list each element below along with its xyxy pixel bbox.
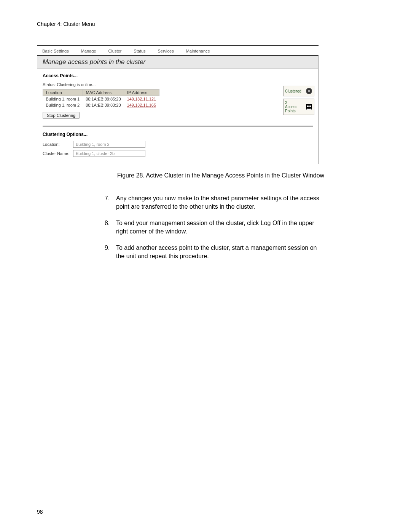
location-row: Location:	[43, 141, 313, 148]
location-label: Location:	[43, 142, 73, 147]
panel-title: Manage access points in the cluster	[37, 56, 318, 69]
instructions-list: 7. Any changes you now make to the share…	[105, 194, 325, 268]
tab-manage[interactable]: Manage	[81, 49, 96, 53]
cluster-name-row: Cluster Name:	[43, 150, 313, 157]
instruction-text: Any changes you now make to the shared p…	[116, 194, 325, 211]
access-points-icon	[306, 104, 312, 110]
tab-services[interactable]: Services	[158, 49, 174, 53]
tab-bar: Basic Settings Manage Cluster Status Ser…	[37, 46, 319, 55]
stop-clustering-button[interactable]: Stop Clustering	[43, 112, 80, 119]
clustering-options-heading: Clustering Options...	[43, 132, 313, 137]
side-status-boxes: Clustered 2 Access Points	[283, 86, 314, 117]
instruction-text: To end your management session of the cl…	[116, 219, 325, 236]
page-number: 98	[37, 509, 43, 515]
cluster-name-input[interactable]	[73, 150, 145, 157]
cell-mac: 00:1A:EB:39:85:20	[83, 96, 124, 102]
ap-count-number: 2	[285, 101, 287, 105]
status-text: Status: Clustering is online...	[43, 82, 313, 87]
cell-mac: 00:1A:EB:39:83:20	[83, 102, 124, 108]
instruction-item: 7. Any changes you now make to the share…	[105, 194, 325, 211]
access-points-heading: Access Points...	[43, 73, 313, 78]
section-divider	[43, 126, 313, 126]
cluster-name-label: Cluster Name:	[43, 151, 73, 156]
instruction-number: 7.	[105, 194, 116, 211]
screenshot-panel: Basic Settings Manage Cluster Status Ser…	[37, 45, 319, 164]
instruction-item: 8. To end your management session of the…	[105, 219, 325, 236]
col-mac: MAC Address	[83, 89, 124, 96]
tab-cluster[interactable]: Cluster	[108, 49, 121, 53]
figure-caption: Figure 28. Active Cluster in the Manage …	[114, 171, 327, 180]
ip-link[interactable]: 149.132.11.121	[127, 97, 156, 101]
panel-body: Access Points... Status: Clustering is o…	[37, 69, 318, 164]
ap-count-text: 2 Access Points	[285, 101, 297, 113]
table-header-row: Location MAC Address IP Address	[43, 89, 159, 96]
col-ip: IP Address	[124, 89, 159, 96]
instruction-text: To add another access point to the clust…	[116, 244, 325, 261]
svg-point-1	[308, 90, 310, 92]
ap-label-1: Access	[285, 105, 297, 109]
access-points-count-box: 2 Access Points	[283, 99, 314, 115]
instruction-number: 8.	[105, 219, 116, 236]
instruction-item: 9. To add another access point to the cl…	[105, 244, 325, 261]
clustered-label: Clustered	[285, 89, 301, 93]
location-input[interactable]	[73, 141, 145, 148]
tab-basic-settings[interactable]: Basic Settings	[42, 49, 69, 53]
cell-ip: 149.132.11.165	[124, 102, 159, 108]
access-points-table: Location MAC Address IP Address Building…	[43, 89, 159, 108]
ap-label-2: Points	[285, 109, 296, 113]
cell-ip: 149.132.11.121	[124, 96, 159, 102]
clustered-status-box: Clustered	[283, 86, 314, 96]
tab-maintenance[interactable]: Maintenance	[186, 49, 210, 53]
svg-point-4	[309, 105, 311, 107]
cell-location: Building 1, room 1	[43, 96, 83, 102]
cell-location: Building 1, room 2	[43, 102, 83, 108]
instruction-number: 9.	[105, 244, 116, 261]
page-header: Chapter 4: Cluster Menu	[37, 21, 95, 27]
svg-point-3	[307, 105, 309, 107]
ip-link[interactable]: 149.132.11.165	[127, 103, 156, 107]
table-row: Building 1, room 1 00:1A:EB:39:85:20 149…	[43, 96, 159, 102]
col-location: Location	[43, 89, 83, 96]
table-row: Building 1, room 2 00:1A:EB:39:83:20 149…	[43, 102, 159, 108]
clustered-icon	[306, 88, 312, 94]
panel-wrapper: Manage access points in the cluster Acce…	[37, 55, 319, 164]
tab-status[interactable]: Status	[134, 49, 145, 53]
